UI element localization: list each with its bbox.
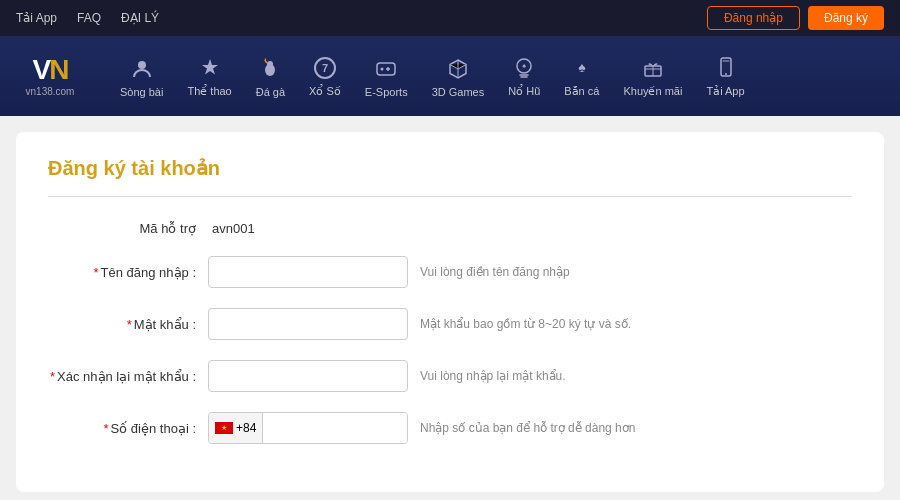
ban-ca-icon: ♠: [570, 54, 594, 82]
no-hu-icon: ♠: [512, 54, 536, 82]
top-bar-left: Tải App FAQ ĐẠI LÝ: [16, 11, 159, 25]
nav-item-the-thao[interactable]: Thể thao: [177, 46, 241, 106]
vietnam-flag: [215, 422, 233, 434]
ten-dang-nhap-row: *Tên đăng nhập : Vui lòng điền tên đăng …: [48, 256, 852, 288]
tai-app-toplink[interactable]: Tải App: [16, 11, 57, 25]
svg-point-2: [267, 61, 273, 67]
phone-input[interactable]: [263, 413, 407, 443]
xo-so-label: Xổ Số: [309, 85, 341, 98]
svg-point-9: [725, 73, 727, 75]
faq-link[interactable]: FAQ: [77, 11, 101, 25]
nav-item-xo-so[interactable]: 7 Xổ Số: [299, 46, 351, 106]
khuyen-mai-label: Khuyến mãi: [623, 85, 682, 98]
xac-nhan-row: *Xác nhận lại mật khẩu : Vui lòng nhập l…: [48, 360, 852, 392]
esports-label: E-Sports: [365, 86, 408, 98]
dai-ly-link[interactable]: ĐẠI LÝ: [121, 11, 159, 25]
nav-item-no-hu[interactable]: ♠ Nổ Hũ: [498, 46, 550, 106]
nav-item-ban-ca[interactable]: ♠ Bắn cá: [554, 46, 609, 106]
nav-item-tai-app[interactable]: Tải App: [696, 46, 754, 106]
no-hu-label: Nổ Hũ: [508, 85, 540, 98]
nav-bar: VN vn138.com Sòng bài Thể thao: [0, 36, 900, 116]
3dgames-label: 3D Games: [432, 86, 485, 98]
3dgames-icon: [446, 55, 470, 83]
nav-item-song-bai[interactable]: Sòng bài: [110, 47, 173, 106]
svg-text:♠: ♠: [522, 62, 526, 69]
ten-dang-nhap-input[interactable]: [208, 256, 408, 288]
ma-ho-tro-value: avn001: [208, 221, 255, 236]
the-thao-icon: [198, 54, 222, 82]
nav-item-da-ga[interactable]: Đá gà: [246, 47, 295, 106]
nav-items: Sòng bài Thể thao Đá gà 7: [110, 46, 890, 106]
phone-field: +84: [208, 412, 408, 444]
xo-so-icon: 7: [314, 54, 336, 82]
page-title: Đăng ký tài khoản: [48, 156, 852, 180]
content-area: Đăng ký tài khoản Mã hỗ trợ avn001 *Tên …: [16, 132, 884, 492]
xac-nhan-label: *Xác nhận lại mật khẩu :: [48, 369, 208, 384]
xac-nhan-input[interactable]: [208, 360, 408, 392]
esports-icon: [374, 55, 398, 83]
ban-ca-label: Bắn cá: [564, 85, 599, 98]
tai-app-icon: [714, 54, 738, 82]
song-bai-label: Sòng bài: [120, 86, 163, 98]
required-star-2: *: [127, 317, 132, 332]
sdt-hint: Nhập số của bạn để hỗ trợ dễ dàng hơn: [420, 421, 635, 435]
ten-dang-nhap-label: *Tên đăng nhập :: [48, 265, 208, 280]
da-ga-label: Đá gà: [256, 86, 285, 98]
nav-item-3dgames[interactable]: 3D Games: [422, 47, 495, 106]
logo-url: vn138.com: [26, 86, 75, 97]
mat-khau-row: *Mật khẩu : Mật khẩu bao gồm từ 8~20 ký …: [48, 308, 852, 340]
top-bar-right: Đăng nhập Đăng ký: [707, 6, 884, 30]
song-bai-icon: [130, 55, 154, 83]
logo[interactable]: VN vn138.com: [10, 56, 90, 97]
svg-text:♠: ♠: [578, 59, 586, 75]
login-button[interactable]: Đăng nhập: [707, 6, 800, 30]
divider: [48, 196, 852, 197]
ma-ho-tro-label: Mã hỗ trợ: [48, 221, 208, 236]
logo-vn: VN: [33, 56, 68, 84]
mat-khau-input[interactable]: [208, 308, 408, 340]
nav-item-esports[interactable]: E-Sports: [355, 47, 418, 106]
svg-point-4: [381, 67, 384, 70]
required-star-4: *: [104, 421, 109, 436]
nav-item-khuyen-mai[interactable]: Khuyến mãi: [613, 46, 692, 106]
sdt-label: *Số điện thoại :: [48, 421, 208, 436]
the-thao-label: Thể thao: [187, 85, 231, 98]
mat-khau-label: *Mật khẩu :: [48, 317, 208, 332]
ma-ho-tro-row: Mã hỗ trợ avn001: [48, 221, 852, 236]
svg-point-0: [138, 61, 146, 69]
phone-prefix: +84: [236, 421, 256, 435]
xac-nhan-hint: Vui lòng nhập lại mật khẩu.: [420, 369, 566, 383]
tai-app-label: Tải App: [706, 85, 744, 98]
top-bar: Tải App FAQ ĐẠI LÝ Đăng nhập Đăng ký: [0, 0, 900, 36]
flag-prefix[interactable]: +84: [209, 413, 263, 443]
register-button[interactable]: Đăng ký: [808, 6, 884, 30]
required-star: *: [93, 265, 98, 280]
required-star-3: *: [50, 369, 55, 384]
da-ga-icon: [258, 55, 282, 83]
sdt-row: *Số điện thoại : +84 Nhập số của bạn để …: [48, 412, 852, 444]
khuyen-mai-icon: [641, 54, 665, 82]
mat-khau-hint: Mật khẩu bao gồm từ 8~20 ký tự và số.: [420, 317, 631, 331]
ten-dang-nhap-hint: Vui lòng điền tên đăng nhập: [420, 265, 570, 279]
